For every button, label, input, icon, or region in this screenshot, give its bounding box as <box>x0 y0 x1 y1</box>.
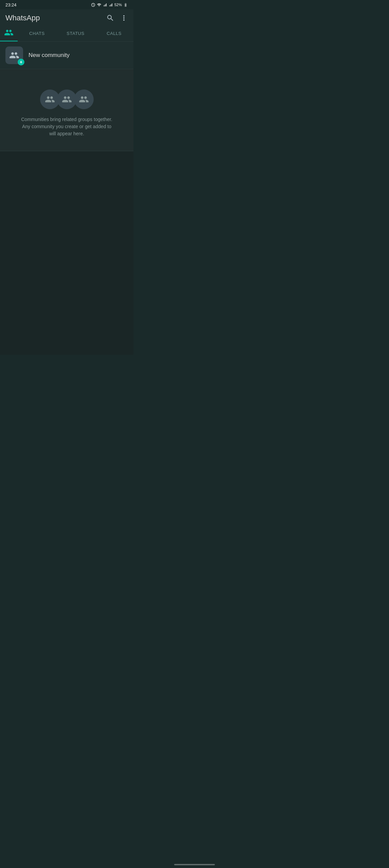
tab-chats[interactable]: CHATS <box>18 27 56 40</box>
status-bar: 23:24 52% <box>0 0 133 9</box>
community-plus-icon: + <box>18 59 24 65</box>
tab-calls[interactable]: CALLS <box>95 27 133 40</box>
empty-state-icons <box>40 90 94 109</box>
signal-icon <box>103 3 107 7</box>
battery-icon <box>123 3 128 7</box>
header-actions <box>106 14 128 22</box>
community-avatar: + <box>5 46 23 64</box>
status-time: 23:24 <box>5 2 17 7</box>
wifi-icon <box>97 3 101 7</box>
header: WhatsApp <box>0 9 133 25</box>
empty-state-text: Communities bring related groups togethe… <box>19 116 114 137</box>
new-community-label: New community <box>29 52 70 59</box>
empty-state: Communities bring related groups togethe… <box>0 69 133 151</box>
battery-percent: 52% <box>114 3 122 7</box>
new-community-item[interactable]: + New community <box>0 42 133 69</box>
more-options-icon[interactable] <box>120 14 128 22</box>
community-tab-icon <box>4 28 14 37</box>
tab-status[interactable]: STATUS <box>56 27 95 40</box>
empty-icon-1 <box>40 90 60 109</box>
status-icons: 52% <box>91 3 128 7</box>
search-icon[interactable] <box>106 14 114 22</box>
app-title: WhatsApp <box>5 14 40 22</box>
tab-community[interactable] <box>0 25 18 41</box>
nav-tabs: CHATS STATUS CALLS <box>0 25 133 42</box>
empty-icon-3 <box>74 90 94 109</box>
main-content <box>0 151 133 355</box>
empty-icon-2 <box>57 90 77 109</box>
signal-icon-2 <box>109 3 113 7</box>
community-avatar-icon <box>9 50 19 60</box>
alarm-icon <box>91 3 95 7</box>
